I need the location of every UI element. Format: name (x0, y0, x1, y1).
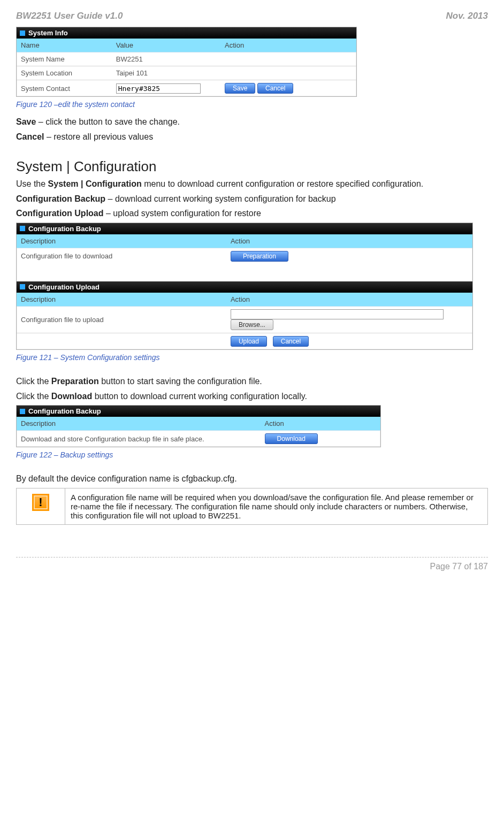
cell-description: Download and store Configuration backup … (17, 431, 261, 447)
col-description: Description (17, 293, 226, 307)
config-upload-table: Description Action Configuration file to… (17, 293, 472, 349)
download-table: Description Action Download and store Co… (17, 417, 380, 447)
section-heading: System | Configuration (16, 158, 488, 175)
save-button[interactable]: Save (225, 83, 255, 94)
cell-description: Configuration file to upload (17, 306, 226, 333)
panel-title-config-upload: Configuration Upload (17, 281, 472, 293)
square-icon (20, 30, 25, 36)
system-contact-input[interactable] (116, 83, 201, 94)
col-action: Action (220, 39, 356, 52)
table-row: Configuration file to upload Browse... (17, 306, 472, 333)
table-row: System Location Taipei 101 (17, 66, 356, 80)
config-backup-table: Description Action Configuration file to… (17, 234, 472, 281)
browse-button[interactable]: Browse... (231, 319, 273, 330)
panel-title-text: Configuration Upload (28, 283, 100, 291)
warning-text: A configuration file name will be requir… (65, 488, 487, 524)
exclamation-icon: ! (32, 494, 49, 511)
col-value: Value (112, 39, 220, 52)
panel-title-text: Configuration Backup (28, 225, 101, 233)
warning-note: ! A configuration file name will be requ… (16, 488, 488, 525)
system-info-table: Name Value Action System Name BW2251 Sys… (17, 39, 356, 96)
table-row: Configuration file to download Preparati… (17, 248, 472, 264)
panel-title-config-backup: Configuration Backup (17, 223, 472, 234)
config-intro: Use the System | Configuration menu to d… (16, 178, 488, 190)
header-right: Nov. 2013 (446, 11, 488, 21)
upload-path-input[interactable] (231, 309, 444, 319)
preparation-instruction: Click the Preparation button to start sa… (16, 376, 488, 387)
save-description: Save – click the button to save the chan… (16, 116, 488, 128)
default-name-text: By default the device configuration name… (16, 473, 488, 485)
panel-title-system-info: System Info (17, 27, 356, 39)
header-left: BW2251 User Guide v1.0 (16, 11, 123, 21)
preparation-button[interactable]: Preparation (231, 251, 288, 262)
cancel-upload-button[interactable]: Cancel (273, 336, 309, 347)
page-header: BW2251 User Guide v1.0 Nov. 2013 (16, 11, 488, 21)
square-icon (20, 284, 25, 289)
table-row: System Contact Save Cancel (17, 80, 356, 97)
table-row: Download and store Configuration backup … (17, 431, 380, 447)
col-action: Action (261, 417, 380, 431)
col-description: Description (17, 234, 226, 248)
download-instruction: Click the Download button to download cu… (16, 391, 488, 402)
download-button[interactable]: Download (265, 433, 318, 444)
col-action: Action (226, 234, 472, 248)
panel-title-text: Configuration Backup (28, 407, 101, 415)
cell-name: System Name (17, 52, 112, 66)
panel-title-text: System Info (28, 29, 68, 37)
figure-caption-120: Figure 120 –edit the system contact (16, 100, 488, 109)
config-backup-upload-panel: Configuration Backup Description Action … (16, 223, 473, 350)
cancel-description: Cancel – restore all previous values (16, 131, 488, 143)
system-info-panel: System Info Name Value Action System Nam… (16, 27, 357, 97)
cell-name: System Contact (17, 80, 112, 97)
col-description: Description (17, 417, 261, 431)
cell-value: BW2251 (112, 52, 220, 66)
cell-description: Configuration file to download (17, 248, 226, 264)
table-row: Upload Cancel (17, 333, 472, 349)
cell-name: System Location (17, 66, 112, 80)
col-action: Action (226, 293, 472, 307)
figure-caption-122: Figure 122 – Backup settings (16, 450, 488, 459)
square-icon (20, 226, 25, 231)
table-row: System Name BW2251 (17, 52, 356, 66)
figure-caption-121: Figure 121 – System Configuration settin… (16, 353, 488, 362)
warning-icon: ! (17, 488, 65, 524)
col-name: Name (17, 39, 112, 52)
cell-value: Taipei 101 (112, 66, 220, 80)
config-backup-line: Configuration Backup – download current … (16, 193, 488, 205)
square-icon (20, 409, 25, 414)
upload-button[interactable]: Upload (231, 336, 267, 347)
download-panel: Configuration Backup Description Action … (16, 405, 381, 447)
panel-title-download: Configuration Backup (17, 406, 380, 417)
cancel-button[interactable]: Cancel (257, 83, 293, 94)
page-footer: Page 77 of 187 (16, 557, 488, 571)
config-upload-line: Configuration Upload – upload system con… (16, 208, 488, 219)
